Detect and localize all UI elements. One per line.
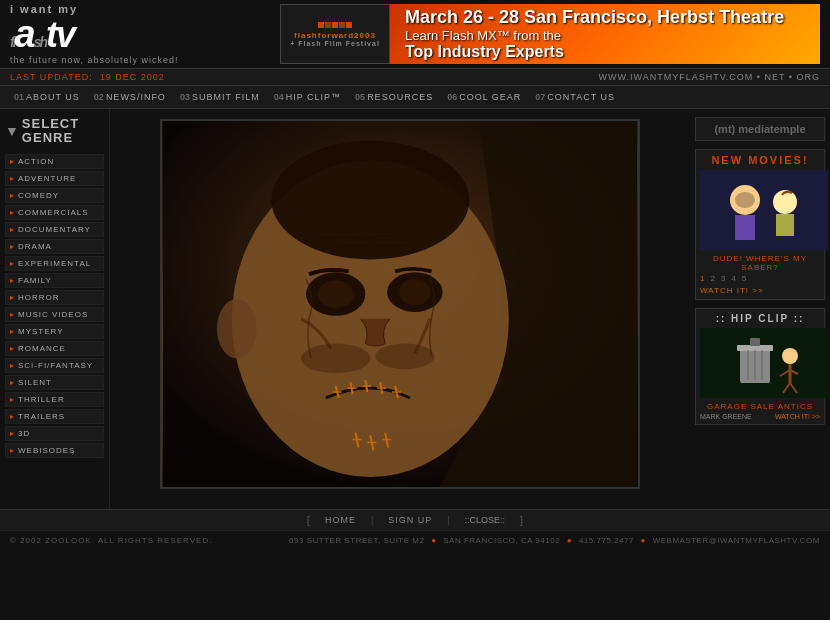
genre-thriller[interactable]: ▸THRILLER bbox=[5, 392, 104, 407]
genre-item-label: HORROR bbox=[18, 293, 60, 302]
main-content: ▼ SELECT GENRE ▸ACTION▸ADVENTURE▸COMEDY▸… bbox=[0, 109, 830, 509]
movie-watch-button[interactable]: WATCH IT! >> bbox=[700, 286, 820, 295]
genre-bullet-icon: ▸ bbox=[10, 327, 14, 336]
genre-item-label: MYSTERY bbox=[18, 327, 64, 336]
footer: © 2002 ZOOLOOK. ALL RIGHTS RESERVED. 693… bbox=[0, 530, 830, 550]
banner-left-text: flashforward2003 bbox=[290, 31, 380, 40]
genre-commercials[interactable]: ▸COMMERCIALS bbox=[5, 205, 104, 220]
genre-drama[interactable]: ▸DRAMA bbox=[5, 239, 104, 254]
nav-item-resources[interactable]: 05RESOURCES bbox=[349, 90, 439, 104]
svg-point-24 bbox=[217, 299, 257, 358]
page-1[interactable]: 1 bbox=[700, 274, 704, 283]
genre-romance[interactable]: ▸ROMANCE bbox=[5, 341, 104, 356]
genre-bullet-icon: ▸ bbox=[10, 395, 14, 404]
genre-item-label: FAMILY bbox=[18, 276, 52, 285]
page-4[interactable]: 4 bbox=[731, 274, 735, 283]
nav-label: RESOURCES bbox=[367, 92, 433, 102]
banner-title: March 26 - 28 San Francisco, Herbst Thea… bbox=[405, 7, 784, 28]
svg-point-17 bbox=[375, 344, 434, 370]
page-2[interactable]: 2 bbox=[710, 274, 714, 283]
sidebar: ▼ SELECT GENRE ▸ACTION▸ADVENTURE▸COMEDY▸… bbox=[0, 109, 110, 509]
banner-area: flashforward2003 + Flash Film Festival M… bbox=[280, 4, 820, 64]
svg-rect-26 bbox=[700, 170, 828, 250]
genre-bullet-icon: ▸ bbox=[10, 259, 14, 268]
dot2: ● bbox=[567, 536, 572, 545]
genre-item-label: DOCUMENTARY bbox=[18, 225, 91, 234]
svg-point-29 bbox=[735, 192, 755, 208]
genre-horror[interactable]: ▸HORROR bbox=[5, 290, 104, 305]
genre-bullet-icon: ▸ bbox=[10, 225, 14, 234]
movie-title: DUDE! WHERE'S MY SABER? bbox=[700, 254, 820, 272]
banner-left[interactable]: flashforward2003 + Flash Film Festival bbox=[280, 4, 390, 64]
topbar: LAST UPDATED: 19 DEC 2002 WWW.IWANTMYFLA… bbox=[0, 68, 830, 86]
nav-item-submit-film[interactable]: 03SUBMIT FILM bbox=[174, 90, 266, 104]
clip-author-row: MARK GREENE WATCH IT! >> bbox=[700, 413, 820, 420]
genre-experimental[interactable]: ▸EXPERIMENTAL bbox=[5, 256, 104, 271]
logo-main: flashtv bbox=[10, 15, 74, 53]
banner-right[interactable]: March 26 - 28 San Francisco, Herbst Thea… bbox=[390, 4, 820, 64]
nav-label: SUBMIT FILM bbox=[192, 92, 260, 102]
address: 693 SUTTER STREET, SUITE M2 ● SAN FRANCI… bbox=[289, 536, 820, 545]
genre-item-label: ADVENTURE bbox=[18, 174, 76, 183]
home-link[interactable]: HOME bbox=[325, 515, 356, 525]
nav-item-news-info[interactable]: 02NEWS/INFO bbox=[88, 90, 172, 104]
nav-item-hip-clip-[interactable]: 04HIP CLIP™ bbox=[268, 90, 347, 104]
genre-title: ▼ SELECT GENRE bbox=[5, 117, 104, 146]
new-movies-title: NEW MOVIES! bbox=[700, 154, 820, 166]
header: i want my flashtv the future now, absolu… bbox=[0, 0, 830, 68]
genre-bullet-icon: ▸ bbox=[10, 157, 14, 166]
genre-bullet-icon: ▸ bbox=[10, 293, 14, 302]
genre-item-label: SILENT bbox=[18, 378, 52, 387]
phone: 415.775.2477 bbox=[579, 536, 634, 545]
nav-label: HIP CLIP™ bbox=[286, 92, 341, 102]
close-button[interactable]: ::CLOSE:: bbox=[465, 515, 506, 525]
banner-sub1: Learn Flash MX™ from the bbox=[405, 28, 561, 43]
genre-bullet-icon: ▸ bbox=[10, 412, 14, 421]
street: 693 SUTTER STREET, SUITE M2 bbox=[289, 536, 424, 545]
genre-webisodes[interactable]: ▸WEBISODES bbox=[5, 443, 104, 458]
svg-rect-31 bbox=[776, 214, 794, 236]
video-content bbox=[162, 121, 638, 487]
genre--d[interactable]: ▸3D bbox=[5, 426, 104, 441]
svg-point-25 bbox=[271, 141, 469, 260]
genre-action[interactable]: ▸ACTION bbox=[5, 154, 104, 169]
nav-item-cool-gear[interactable]: 06COOL GEAR bbox=[441, 90, 527, 104]
nav-item-contact-us[interactable]: 07CONTACT US bbox=[529, 90, 621, 104]
new-movies-box: NEW MOVIES! DUDE! WHERE'S MY SABER? 1 bbox=[695, 149, 825, 300]
nav-label: ABOUT US bbox=[26, 92, 80, 102]
svg-rect-28 bbox=[735, 215, 755, 240]
genre-trailers[interactable]: ▸TRAILERS bbox=[5, 409, 104, 424]
nav-label: NEWS/INFO bbox=[106, 92, 166, 102]
movie-pages[interactable]: 1 2 3 4 5 bbox=[700, 274, 820, 283]
hip-clip-box: :: HIP CLIP :: bbox=[695, 308, 825, 425]
genre-bullet-icon: ▸ bbox=[10, 174, 14, 183]
svg-rect-35 bbox=[750, 338, 760, 346]
last-updated: LAST UPDATED: 19 DEC 2002 bbox=[10, 72, 165, 82]
nav-item-about-us[interactable]: 01ABOUT US bbox=[8, 90, 86, 104]
genre-bullet-icon: ▸ bbox=[10, 344, 14, 353]
genre-silent[interactable]: ▸SILENT bbox=[5, 375, 104, 390]
clip-watch-button[interactable]: WATCH IT! >> bbox=[775, 413, 820, 420]
video-frame[interactable] bbox=[160, 119, 640, 489]
genre-family[interactable]: ▸FAMILY bbox=[5, 273, 104, 288]
genre-sci-fi-fantasy[interactable]: ▸SCI-FI/FANTASY bbox=[5, 358, 104, 373]
mediatemple-logo: (mt) mediatemple bbox=[695, 117, 825, 141]
page-5[interactable]: 5 bbox=[742, 274, 746, 283]
genre-comedy[interactable]: ▸COMEDY bbox=[5, 188, 104, 203]
page-3[interactable]: 3 bbox=[721, 274, 725, 283]
genre-adventure[interactable]: ▸ADVENTURE bbox=[5, 171, 104, 186]
genre-item-label: 3D bbox=[18, 429, 30, 438]
last-updated-label: LAST UPDATED: bbox=[10, 72, 93, 82]
banner-sub2: Top Industry Experts bbox=[405, 43, 564, 61]
banner-left-logo: flashforward2003 + Flash Film Festival bbox=[290, 22, 380, 47]
clip-thumbnail bbox=[700, 328, 828, 398]
genre-bullet-icon: ▸ bbox=[10, 208, 14, 217]
signup-link[interactable]: SIGN UP bbox=[388, 515, 432, 525]
genre-documentary[interactable]: ▸DOCUMENTARY bbox=[5, 222, 104, 237]
genre-item-label: ACTION bbox=[18, 157, 54, 166]
genre-item-label: EXPERIMENTAL bbox=[18, 259, 91, 268]
genre-mystery[interactable]: ▸MYSTERY bbox=[5, 324, 104, 339]
sep2: | bbox=[447, 515, 449, 525]
genre-music-videos[interactable]: ▸MUSIC VIDEOS bbox=[5, 307, 104, 322]
hip-clip-title: :: HIP CLIP :: bbox=[700, 313, 820, 324]
